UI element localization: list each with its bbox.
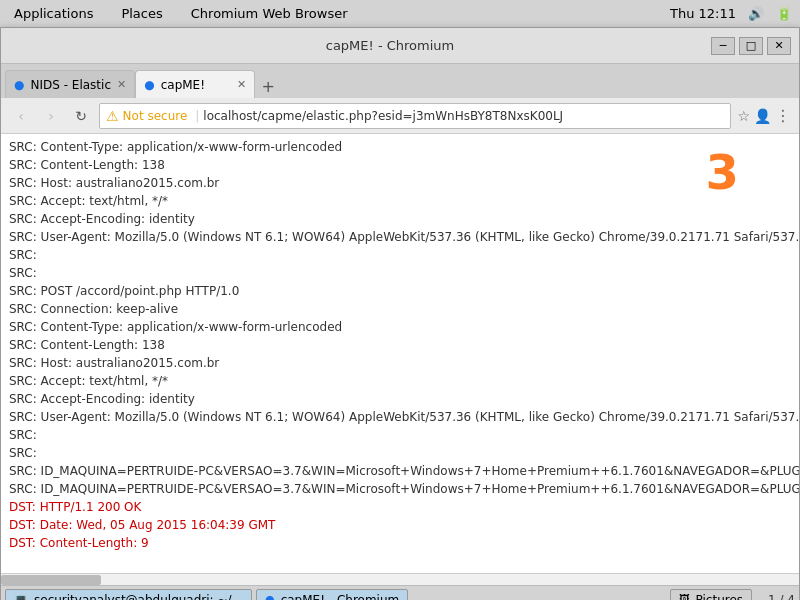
- volume-icon[interactable]: 🔊: [748, 6, 764, 21]
- browser-taskbar-label: capME! - Chromium: [281, 593, 400, 601]
- content-line: DST: HTTP/1.1 200 OK: [9, 498, 791, 516]
- content-line: SRC: Accept: text/html, */*: [9, 372, 791, 390]
- terminal-label: securityanalyst@abdulquadri: ~/...: [34, 593, 243, 601]
- content-line: SRC: Content-Length: 138: [9, 156, 791, 174]
- browser-taskbar-item[interactable]: ● capME! - Chromium: [256, 589, 408, 601]
- browser-window: capME! - Chromium ─ □ ✕ ● NIDS - Elastic…: [0, 27, 800, 600]
- title-bar: capME! - Chromium ─ □ ✕: [1, 28, 799, 64]
- content-line: DST: Date: Wed, 05 Aug 2015 16:04:39 GMT: [9, 516, 791, 534]
- window-title: capME! - Chromium: [69, 38, 711, 53]
- content-line: SRC: Content-Type: application/x-www-for…: [9, 318, 791, 336]
- step-number: 3: [706, 144, 739, 200]
- maximize-button[interactable]: □: [739, 37, 763, 55]
- clock: Thu 12:11: [670, 6, 736, 21]
- not-secure-label: Not secure: [123, 109, 188, 123]
- browser-icon: ●: [265, 593, 275, 600]
- tab-favicon-1: ●: [14, 78, 24, 92]
- pictures-taskbar-item[interactable]: 🖼 Pictures: [670, 589, 753, 601]
- address-bar: ‹ › ↻ ⚠ Not secure | localhost/capme/ela…: [1, 98, 799, 134]
- content-line: SRC: Accept-Encoding: identity: [9, 210, 791, 228]
- content-line: SRC:: [9, 264, 791, 282]
- profile-icon[interactable]: 👤: [754, 108, 771, 124]
- minimize-button[interactable]: ─: [711, 37, 735, 55]
- content-line: SRC: Connection: keep-alive: [9, 300, 791, 318]
- pictures-icon: 🖼: [679, 593, 690, 600]
- back-button[interactable]: ‹: [9, 104, 33, 128]
- chromium-menu[interactable]: Chromium Web Browser: [185, 4, 354, 23]
- tab-capme[interactable]: ● capME! ✕: [135, 70, 255, 98]
- address-right-icons: ☆ 👤 ⋮: [737, 106, 791, 125]
- tab-close-2[interactable]: ✕: [237, 78, 246, 91]
- warning-icon: ⚠: [106, 108, 119, 124]
- content-line: SRC: ID_MAQUINA=PERTRUIDE-PC&VERSAO=3.7&…: [9, 480, 791, 498]
- content-line: SRC: Accept: text/html, */*: [9, 192, 791, 210]
- applications-menu[interactable]: Applications: [8, 4, 99, 23]
- horizontal-scrollbar[interactable]: [1, 573, 799, 585]
- content-line: SRC: Accept-Encoding: identity: [9, 390, 791, 408]
- new-tab-button[interactable]: +: [255, 74, 281, 98]
- content-line: SRC: Host: australiano2015.com.br: [9, 354, 791, 372]
- url-text: localhost/capme/elastic.php?esid=j3mWnHs…: [203, 109, 563, 123]
- content-line: SRC: ID_MAQUINA=PERTRUIDE-PC&VERSAO=3.7&…: [9, 462, 791, 480]
- content-line: SRC: Content-Type: application/x-www-for…: [9, 138, 791, 156]
- content-line: SRC:: [9, 426, 791, 444]
- content-line: SRC:: [9, 246, 791, 264]
- pictures-label: Pictures: [696, 593, 744, 601]
- page-indicator: 1 / 4: [768, 593, 795, 601]
- content-line: SRC: User-Agent: Mozilla/5.0 (Windows NT…: [9, 408, 791, 426]
- tab-label-2: capME!: [161, 78, 231, 92]
- close-button[interactable]: ✕: [767, 37, 791, 55]
- tab-bar: ● NIDS - Elastic ✕ ● capME! ✕ +: [1, 64, 799, 98]
- content-area[interactable]: 3 SRC: Content-Type: application/x-www-f…: [1, 134, 799, 573]
- terminal-taskbar-item[interactable]: 💻 securityanalyst@abdulquadri: ~/...: [5, 589, 252, 601]
- content-line: SRC: POST /accord/point.php HTTP/1.0: [9, 282, 791, 300]
- security-warning: ⚠ Not secure |: [106, 108, 203, 124]
- bookmark-icon[interactable]: ☆: [737, 108, 750, 124]
- content-line: SRC:: [9, 444, 791, 462]
- places-menu[interactable]: Places: [115, 4, 168, 23]
- content-line: SRC: Content-Length: 138: [9, 336, 791, 354]
- tab-close-1[interactable]: ✕: [117, 78, 126, 91]
- address-input[interactable]: ⚠ Not secure | localhost/capme/elastic.p…: [99, 103, 731, 129]
- menu-icon[interactable]: ⋮: [775, 106, 791, 125]
- hscroll-thumb[interactable]: [1, 575, 101, 585]
- status-bar: 💻 securityanalyst@abdulquadri: ~/... ● c…: [1, 585, 799, 600]
- battery-icon[interactable]: 🔋: [776, 6, 792, 21]
- content-line: DST: Content-Length: 9: [9, 534, 791, 552]
- content-line: SRC: User-Agent: Mozilla/5.0 (Windows NT…: [9, 228, 791, 246]
- tab-favicon-2: ●: [144, 78, 154, 92]
- forward-button[interactable]: ›: [39, 104, 63, 128]
- system-bar: Applications Places Chromium Web Browser…: [0, 0, 800, 27]
- tab-nids-elastic[interactable]: ● NIDS - Elastic ✕: [5, 70, 135, 98]
- window-controls[interactable]: ─ □ ✕: [711, 37, 791, 55]
- tab-label-1: NIDS - Elastic: [30, 78, 111, 92]
- reload-button[interactable]: ↻: [69, 104, 93, 128]
- terminal-icon: 💻: [14, 593, 28, 600]
- content-line: SRC: Host: australiano2015.com.br: [9, 174, 791, 192]
